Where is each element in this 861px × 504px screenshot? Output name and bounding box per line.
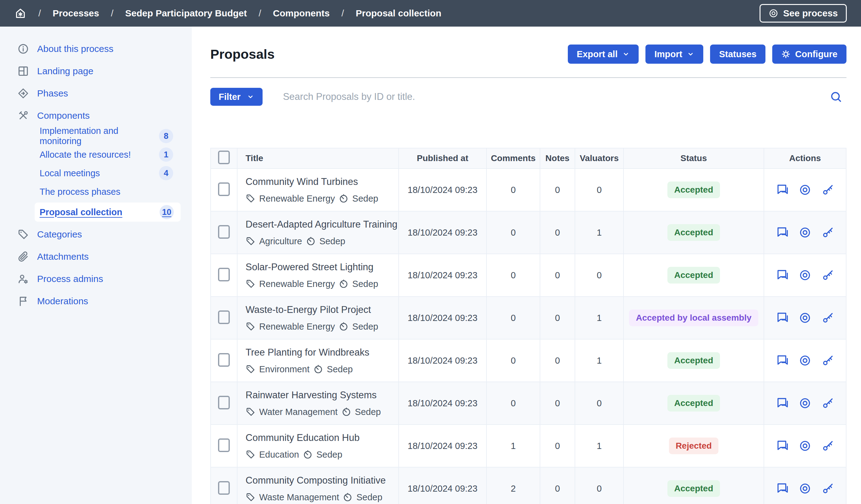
- select-all-checkbox[interactable]: [218, 151, 230, 164]
- search-button[interactable]: [830, 91, 842, 103]
- comments-count: 0: [487, 168, 540, 211]
- row-checkbox[interactable]: [218, 182, 230, 196]
- proposal-title-link[interactable]: Desert-Adapted Agriculture Training: [246, 219, 398, 230]
- status-badge: Accepted: [667, 224, 720, 241]
- sidebar-item-components[interactable]: Components: [0, 105, 192, 127]
- breadcrumb-proposal-collection[interactable]: Proposal collection: [356, 8, 441, 18]
- permissions-button[interactable]: [822, 269, 834, 281]
- answer-proposal-button[interactable]: [776, 482, 788, 495]
- sidebar-item-about[interactable]: About this process: [0, 38, 192, 60]
- answer-proposal-button[interactable]: [776, 184, 788, 196]
- sidebar-subitem[interactable]: Implementation and monitoring 8: [0, 127, 192, 145]
- proposal-title-link[interactable]: Solar-Powered Street Lighting: [246, 262, 398, 273]
- breadcrumb-processes[interactable]: Processes: [53, 8, 99, 18]
- proposal-title-link[interactable]: Waste-to-Energy Pilot Project: [246, 304, 398, 315]
- row-checkbox[interactable]: [218, 396, 230, 409]
- status-badge: Rejected: [669, 437, 719, 454]
- permissions-button[interactable]: [822, 397, 834, 409]
- chat-icon: [776, 440, 788, 452]
- row-checkbox[interactable]: [218, 225, 230, 239]
- sidebar-item-label: Attachments: [37, 251, 89, 262]
- user-gear-icon: [17, 273, 29, 285]
- see-process-label: See process: [783, 8, 838, 18]
- sidebar-item-landing-page[interactable]: Landing page: [0, 60, 192, 82]
- answer-proposal-button[interactable]: [776, 226, 788, 239]
- permissions-button[interactable]: [822, 226, 834, 239]
- proposal-scope: Sedep: [352, 279, 378, 289]
- preview-button[interactable]: [799, 312, 811, 324]
- sidebar-subitem-proposal-collection[interactable]: Proposal collection 10: [35, 203, 181, 222]
- sidebar-item-phases[interactable]: Phases: [0, 82, 192, 105]
- column-header-status: Status: [624, 148, 764, 168]
- row-checkbox[interactable]: [218, 438, 230, 452]
- proposal-title-link[interactable]: Community Wind Turbines: [246, 176, 398, 187]
- tag-icon: [246, 492, 256, 502]
- sidebar-item-attachments[interactable]: Attachments: [0, 245, 192, 268]
- export-all-button[interactable]: Export all: [568, 44, 639, 64]
- permissions-button[interactable]: [822, 312, 834, 324]
- sidebar-subitem[interactable]: The process phases: [0, 182, 192, 201]
- count-badge: 10: [160, 205, 174, 219]
- paperclip-icon: [17, 251, 29, 262]
- status-badge: Accepted: [667, 267, 720, 284]
- valuators-count: 1: [575, 211, 624, 254]
- sidebar-item-moderations[interactable]: Moderations: [0, 290, 192, 312]
- home-icon[interactable]: [14, 7, 27, 19]
- proposal-title-link[interactable]: Community Education Hub: [246, 432, 398, 444]
- preview-button[interactable]: [799, 269, 811, 281]
- search-input[interactable]: [282, 91, 830, 103]
- proposal-title-link[interactable]: Rainwater Harvesting Systems: [246, 390, 398, 401]
- scope-icon: [341, 407, 351, 417]
- permissions-button[interactable]: [822, 482, 834, 495]
- preview-button[interactable]: [799, 397, 811, 409]
- sidebar-subitem[interactable]: Allocate the resources! 1: [0, 145, 192, 164]
- row-checkbox[interactable]: [218, 311, 230, 324]
- answer-proposal-button[interactable]: [776, 269, 788, 281]
- statuses-button[interactable]: Statuses: [710, 44, 765, 64]
- sidebar-item-categories[interactable]: Categories: [0, 223, 192, 245]
- published-at-value: 18/10/2024 09:23: [399, 297, 487, 339]
- top-navbar: / Processes / Sedep Participatory Budget…: [0, 0, 861, 27]
- key-icon: [822, 269, 834, 281]
- status-badge: Accepted: [667, 181, 720, 198]
- preview-button[interactable]: [799, 440, 811, 452]
- permissions-button[interactable]: [822, 184, 834, 196]
- breadcrumb-process-name[interactable]: Sedep Participatory Budget: [125, 8, 247, 18]
- row-checkbox[interactable]: [218, 481, 230, 495]
- preview-button[interactable]: [799, 226, 811, 239]
- sidebar-subitem[interactable]: Local meetings 4: [0, 164, 192, 182]
- preview-button[interactable]: [799, 184, 811, 196]
- import-label: Import: [654, 49, 682, 59]
- configure-button[interactable]: Configure: [772, 44, 846, 64]
- proposal-title-link[interactable]: Community Composting Initiative: [246, 475, 398, 486]
- published-at-value: 18/10/2024 09:23: [399, 339, 487, 382]
- info-icon: [17, 43, 29, 55]
- published-at-value: 18/10/2024 09:23: [399, 382, 487, 424]
- sidebar-item-label: Phases: [37, 88, 68, 99]
- permissions-button[interactable]: [822, 354, 834, 367]
- key-icon: [822, 312, 834, 324]
- sidebar-item-process-admins[interactable]: Process admins: [0, 268, 192, 290]
- preview-button[interactable]: [799, 482, 811, 495]
- proposal-title-link[interactable]: Tree Planting for Windbreaks: [246, 347, 398, 358]
- breadcrumb-components[interactable]: Components: [273, 8, 330, 18]
- answer-proposal-button[interactable]: [776, 440, 788, 452]
- proposal-category: Renewable Energy: [259, 322, 335, 332]
- see-process-button[interactable]: See process: [760, 4, 847, 23]
- proposal-category: Renewable Energy: [259, 193, 335, 204]
- row-checkbox[interactable]: [218, 353, 230, 367]
- permissions-button[interactable]: [822, 440, 834, 452]
- toolbar: Export all Import Statuses Configure: [568, 44, 846, 64]
- answer-proposal-button[interactable]: [776, 354, 788, 367]
- scope-icon: [303, 450, 313, 460]
- preview-button[interactable]: [799, 354, 811, 367]
- row-checkbox[interactable]: [218, 268, 230, 281]
- proposal-scope: Sedep: [352, 193, 378, 204]
- tag-icon: [246, 279, 256, 289]
- import-button[interactable]: Import: [645, 44, 703, 64]
- notes-count: 0: [540, 339, 575, 382]
- filter-button[interactable]: Filter: [210, 88, 262, 106]
- status-badge: Accepted by local assembly: [629, 310, 758, 326]
- answer-proposal-button[interactable]: [776, 397, 788, 409]
- answer-proposal-button[interactable]: [776, 312, 788, 324]
